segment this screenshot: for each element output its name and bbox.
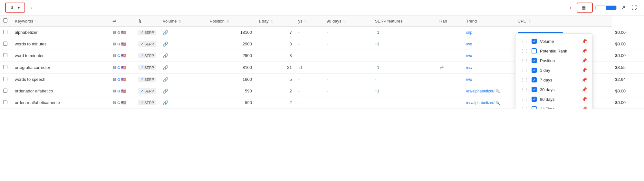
link-icon: 🔗	[163, 77, 168, 82]
serp-cell: ↗ SERP	[135, 74, 159, 85]
volume-cell: 8100	[207, 62, 255, 74]
basic-view-button[interactable]	[596, 6, 606, 10]
pin-icon[interactable]: 📌	[582, 106, 587, 109]
rank-link[interactable]: /es/alphabetizer/	[466, 89, 495, 93]
expand-icon-button[interactable]: ⛶	[630, 4, 639, 12]
dropdown-item-volume[interactable]: ⋮⋮ ✓ Volume 📌	[515, 36, 592, 46]
flag-icon: 🇺🇸	[121, 100, 126, 105]
dropdown-item-all-time[interactable]: ⋮⋮ All Time 📌	[515, 104, 592, 109]
dropdown-item-7-days[interactable]: ⋮⋮ ✓ 7 days 📌	[515, 75, 592, 85]
drag-handle: ⋮⋮	[521, 39, 528, 43]
advanced-view-button[interactable]	[606, 6, 616, 10]
manage-columns-button[interactable]: ▦	[577, 3, 593, 13]
export-dropdown-icon: ▾	[18, 5, 20, 10]
dropdown-item-label: All Time	[540, 107, 555, 109]
google-icon: G	[117, 78, 120, 81]
dropdown-item-position[interactable]: ⋮⋮ ✓ Position 📌	[515, 56, 592, 65]
pin-icon[interactable]: 📌	[582, 97, 587, 102]
pin-icon[interactable]: 📌	[582, 39, 587, 44]
flag-icon: 🇺🇸	[121, 30, 126, 35]
serp-badge[interactable]: ↗ SERP	[138, 30, 156, 35]
row-checkbox[interactable]	[3, 100, 7, 104]
day1-cell: -	[295, 50, 323, 62]
trend-serp-icon: ↗	[140, 53, 143, 58]
flag-icon: 🇺🇸	[121, 65, 126, 70]
day7-cell: -	[323, 85, 372, 97]
serp-badge[interactable]: ↗ SERP	[138, 100, 156, 105]
trend-line	[518, 32, 563, 33]
col-cpc: CPC ⇅	[514, 15, 612, 27]
table-header-row: Keywords ⇅ ⇌ ⇅ Volume ⇅ Position ⇅ 1 day…	[0, 15, 644, 27]
dropdown-checkbox[interactable]	[532, 48, 537, 53]
rank-link[interactable]: /es/	[466, 65, 472, 70]
trend-icon-button[interactable]: ↗	[619, 3, 627, 12]
dropdown-checkbox[interactable]: ✓	[532, 68, 537, 73]
device-icons-cell: 🖥 G 🇺🇸	[109, 27, 135, 38]
serp-badge[interactable]: ↗ SERP	[138, 65, 156, 70]
row-checkbox[interactable]	[3, 53, 7, 57]
row-checkbox[interactable]	[3, 65, 7, 69]
row-checkbox[interactable]	[3, 30, 7, 34]
day7-cell: -	[323, 50, 372, 62]
link-icon: 🔗	[163, 100, 168, 105]
dropdown-checkbox[interactable]: ✓	[532, 87, 537, 92]
desktop-icon: 🖥	[112, 42, 116, 46]
dropdown-checkbox[interactable]	[532, 106, 537, 109]
volume-cell: 590	[207, 97, 255, 109]
google-icon: G	[117, 66, 120, 70]
dropdown-item-potential-rank[interactable]: ⋮⋮ Potential Rank 📌	[515, 46, 592, 56]
link-icon: 🔗	[163, 53, 168, 58]
serp-features-cell	[436, 50, 463, 62]
position-cell: 3	[255, 38, 295, 50]
pin-icon[interactable]: 📌	[582, 48, 587, 53]
row-checkbox[interactable]	[3, 89, 7, 93]
dropdown-checkbox[interactable]: ✓	[532, 39, 537, 44]
dropdown-item-label: Volume	[540, 39, 554, 44]
serp-cell: ↗ SERP	[135, 27, 159, 38]
pin-icon[interactable]: 📌	[582, 87, 587, 92]
serp-badge[interactable]: ↗ SERP	[138, 77, 156, 82]
export-icon: ⬇	[10, 5, 14, 10]
drag-handle: ⋮⋮	[521, 68, 528, 72]
dropdown-checkbox[interactable]: ✓	[532, 58, 537, 63]
rank-link[interactable]: /wo	[466, 77, 472, 82]
pin-icon[interactable]: 📌	[582, 77, 587, 82]
dropdown-checkbox[interactable]: ✓	[532, 77, 537, 82]
row-checkbox[interactable]	[3, 42, 7, 46]
rank-link[interactable]: /wo	[466, 53, 472, 58]
pin-icon[interactable]: 📌	[582, 68, 587, 73]
serp-badge[interactable]: ↗ SERP	[138, 53, 156, 58]
volume-cell: 1600	[207, 74, 255, 85]
dropdown-item-1-day[interactable]: ⋮⋮ ✓ 1 day 📌	[515, 65, 592, 75]
rank-cell: /wo	[463, 74, 514, 85]
keyword-cell: words to minutes	[12, 38, 109, 50]
rank-link[interactable]: /es/alphabetizer/	[466, 100, 495, 105]
serp-label: SERP	[144, 42, 154, 46]
pin-icon[interactable]: 📌	[582, 58, 587, 63]
trend-serp-icon: ↗	[140, 100, 143, 105]
link-icon: 🔗	[163, 89, 168, 94]
dropdown-checkbox[interactable]: ✓	[532, 97, 537, 102]
position-cell: 3	[255, 50, 295, 62]
serp-features-cell: ⇌	[436, 62, 463, 74]
serp-badge[interactable]: ↗ SERP	[138, 41, 156, 47]
google-icon: G	[117, 42, 120, 46]
rank-link[interactable]: /wo	[466, 42, 472, 46]
serp-features-cell	[436, 85, 463, 97]
row-checkbox[interactable]	[3, 77, 7, 81]
rank-cell: /alp	[463, 27, 514, 38]
export-button[interactable]: ⬇ ▾	[5, 3, 25, 13]
drag-handle: ⋮⋮	[521, 97, 528, 101]
link-cell: 🔗	[159, 97, 207, 109]
drag-handle: ⋮⋮	[521, 107, 528, 109]
link-cell: 🔗	[159, 27, 207, 38]
dropdown-item-90-days[interactable]: ⋮⋮ ✓ 90 days 📌	[515, 94, 592, 104]
serp-badge[interactable]: ↗ SERP	[138, 88, 156, 94]
rank-link[interactable]: /alp	[466, 30, 472, 35]
link-cell: 🔗	[159, 74, 207, 85]
select-all-checkbox[interactable]	[3, 18, 7, 23]
day90-cell: ↑1	[372, 62, 436, 74]
dropdown-item-30-days[interactable]: ⋮⋮ ✓ 30 days 📌	[515, 85, 592, 94]
device-icons-cell: 🖥 G 🇺🇸	[109, 38, 135, 50]
desktop-icon: 🖥	[112, 77, 116, 82]
